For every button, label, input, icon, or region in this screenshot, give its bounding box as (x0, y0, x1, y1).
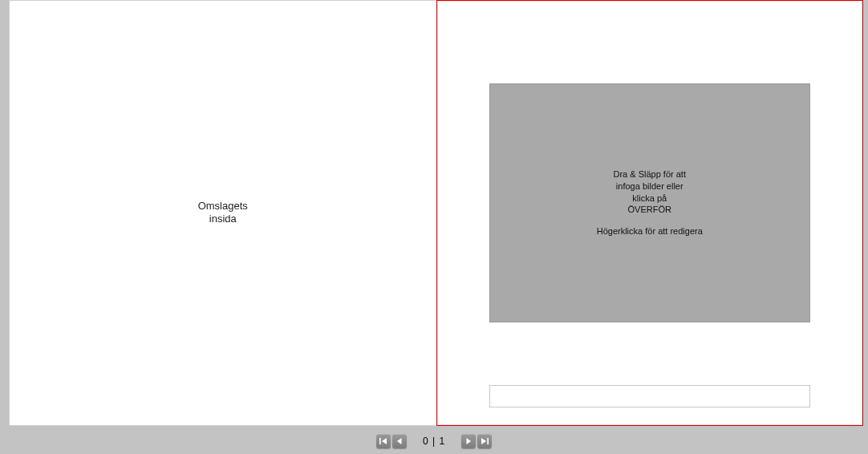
inside-cover-label-line2: insida (209, 213, 237, 225)
chevron-left-icon (395, 437, 404, 445)
page-navigation: 0 | 1 (0, 431, 868, 452)
svg-marker-3 (467, 438, 472, 444)
svg-marker-2 (397, 438, 402, 444)
image-drop-zone[interactable]: Dra & Släpp för att infoga bilder eller … (489, 83, 811, 322)
nav-group-back (376, 434, 407, 448)
drop-hint-line3: klicka på (614, 193, 687, 205)
svg-rect-0 (379, 438, 381, 444)
svg-marker-1 (382, 438, 387, 444)
drop-hint-line2: infoga bilder eller (614, 180, 687, 193)
drop-hint-line4: ÖVERFÖR (614, 204, 687, 216)
first-page-button[interactable] (376, 434, 391, 448)
page-spread: Omslagets insida Dra & Släpp för att inf… (9, 0, 863, 426)
left-page[interactable]: Omslagets insida (9, 0, 436, 426)
drop-hint-line1: Dra & Släpp för att (614, 168, 687, 180)
drop-hint-line5: Högerklicka för att redigera (597, 225, 703, 237)
svg-rect-5 (487, 438, 489, 444)
nav-group-forward (461, 434, 492, 448)
editor-workspace: Omslagets insida Dra & Släpp för att inf… (0, 0, 868, 454)
chevron-right-icon (464, 437, 473, 445)
last-page-icon (481, 437, 489, 445)
page-indicator: 0 | 1 (420, 436, 448, 447)
right-page[interactable]: Dra & Släpp för att infoga bilder eller … (436, 0, 864, 426)
first-page-icon (379, 437, 387, 445)
svg-marker-4 (481, 438, 486, 444)
prev-page-button[interactable] (392, 434, 407, 448)
caption-text-field[interactable] (489, 385, 811, 407)
inside-cover-label-line1: Omslagets (198, 200, 248, 212)
last-page-button[interactable] (477, 434, 492, 448)
next-page-button[interactable] (461, 434, 476, 448)
inside-cover-label: Omslagets insida (198, 200, 248, 227)
